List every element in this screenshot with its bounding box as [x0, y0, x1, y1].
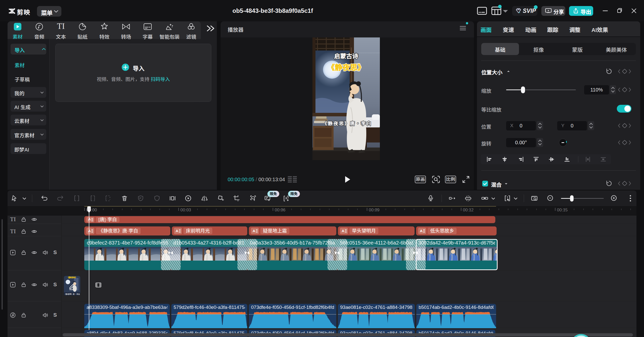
- svg-text:《静夜思》唐·李白: 《静夜思》唐·李白: [64, 293, 80, 295]
- svg-text:《静夜思》: 《静夜思》: [67, 276, 77, 279]
- svg-text:启蒙古诗: 启蒙古诗: [334, 51, 358, 60]
- svg-text:A: A: [253, 229, 255, 233]
- svg-text:《静夜思》唐·李白: 《静夜思》唐·李白: [322, 120, 372, 126]
- svg-text:《静夜思》: 《静夜思》: [327, 61, 365, 72]
- svg-text:A: A: [176, 229, 178, 233]
- svg-text:A: A: [420, 229, 423, 233]
- svg-text:A: A: [342, 229, 344, 233]
